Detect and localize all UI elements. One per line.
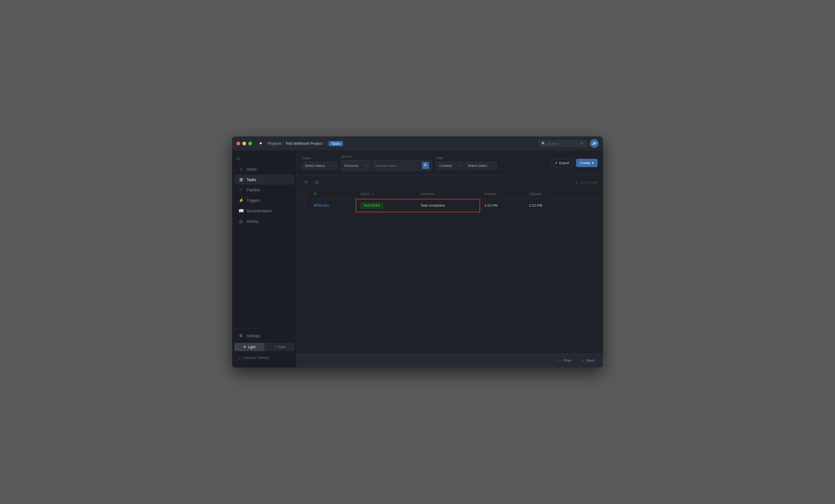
updated-sort-icon: ↓ [543, 193, 545, 196]
refresh-icon: ↻ [304, 180, 308, 185]
avatar[interactable]: JP [590, 139, 598, 148]
collapse-label: Collapse Sidebar [243, 356, 269, 360]
column-status[interactable]: Status ⇅ [356, 189, 416, 199]
fullscreen-button[interactable] [248, 142, 252, 145]
breadcrumb-projects[interactable]: Projects [268, 141, 281, 146]
column-updated[interactable]: Updated ↓ [525, 189, 571, 199]
filters-bar: Status Select status ▾ Search Outcome ▾ [297, 150, 603, 176]
row-status-cell: SUCCESS [356, 199, 416, 212]
home-icon: ⌂ [239, 167, 243, 172]
titlebar-right: 🔍 Search ⌘/ JP [538, 139, 598, 148]
row-checkbox[interactable] [301, 203, 305, 208]
breadcrumb-project[interactable]: Test Webhook Project ▾ [285, 141, 324, 146]
refresh-button[interactable]: ↻ [302, 178, 310, 186]
columns-icon: ⊟ [315, 180, 319, 185]
search-label: Search [547, 142, 558, 146]
status-sort-icon: ⇅ [371, 193, 374, 196]
sidebar-item-documentation[interactable]: 📖 Documentation [234, 206, 294, 216]
search-icon: 🔍 [541, 142, 546, 146]
status-chevron-icon: ▾ [332, 164, 334, 167]
next-label: Next [587, 358, 594, 363]
sidebar-item-settings[interactable]: ⚙ Settings [234, 331, 294, 341]
column-outcome: Outcome [416, 189, 480, 199]
sidebar-label-triggers: Triggers [247, 198, 260, 203]
sidebar-item-home[interactable]: ⌂ Home [234, 164, 294, 174]
prev-button[interactable]: ← Prev [555, 357, 575, 364]
column-id-label: ID [314, 192, 317, 196]
global-search[interactable]: 🔍 Search ⌘/ [538, 140, 587, 147]
minimize-button[interactable] [242, 142, 246, 145]
column-status-label: Status [360, 192, 369, 196]
filters-actions: ↗ Export Create ▾ [550, 159, 597, 167]
triggers-icon: ⚡ [239, 198, 243, 203]
status-filter-label: Status [302, 156, 337, 160]
search-filter-group: Search Outcome ▾ 🔍 [341, 155, 432, 171]
sidebar-grid-icon: ⊞ [232, 154, 296, 163]
breadcrumb-sep1: / [283, 141, 284, 146]
row-created: 2:22 PM [480, 199, 525, 212]
sidebar: ⊞ ⌂ Home ⊞ Tasks ⑂ Pipeline ⚡ Triggers 📖… [232, 150, 297, 367]
date-inputs: Created ▾ Select dates [436, 162, 497, 169]
date-chevron-icon: ▾ [459, 164, 460, 167]
row-checkbox-cell [297, 199, 309, 212]
search-shortcut: ⌘/ [580, 142, 584, 145]
app-logo: ✦ [256, 139, 265, 148]
traffic-lights [237, 142, 252, 145]
table-toolbar: ↻ ⊟ 1 - 1 of 1 rows [297, 176, 603, 189]
row-id[interactable]: 8096cdd1 [309, 199, 356, 212]
sidebar-item-pipeline[interactable]: ⑂ Pipeline [234, 185, 294, 195]
sun-icon: ☀ [243, 345, 246, 349]
row-updated: 2:22 PM [525, 199, 571, 212]
sidebar-label-activity: Activity [247, 219, 259, 223]
next-button[interactable]: → Next [578, 357, 597, 364]
text-search-field[interactable] [375, 164, 421, 168]
create-chevron-icon: ▾ [592, 161, 594, 165]
pipeline-icon: ⑂ [239, 187, 243, 193]
theme-dark-label: Dark [278, 345, 285, 349]
date-filter-group: Date Created ▾ Select dates [436, 156, 497, 169]
theme-dark-button[interactable]: ☽ Dark [264, 343, 294, 351]
status-badge: SUCCESS [361, 203, 383, 208]
outcome-label: Outcome [344, 164, 359, 168]
status-filter-select[interactable]: Select status ▾ [302, 162, 337, 169]
text-search-input[interactable]: 🔍 [372, 160, 432, 171]
sidebar-item-activity[interactable]: ◎ Activity [234, 216, 294, 226]
create-button[interactable]: Create ▾ [576, 159, 597, 167]
row-outcome: Task completed [421, 203, 445, 207]
outcome-chevron-icon: ▾ [366, 164, 368, 167]
status-placeholder: Select status [305, 164, 325, 168]
theme-light-button[interactable]: ☀ Light [234, 343, 264, 351]
column-actions [571, 189, 603, 199]
outcome-select[interactable]: Outcome ▾ [341, 160, 371, 171]
column-outcome-label: Outcome [421, 192, 434, 196]
close-button[interactable] [237, 142, 240, 145]
collapse-sidebar-button[interactable]: « Collapse Sidebar [234, 353, 294, 362]
column-created[interactable]: Created ↑ [480, 189, 525, 199]
search-filter-label: Search [341, 155, 432, 159]
search-inputs: Outcome ▾ 🔍 [341, 160, 432, 171]
header-checkbox-cell [297, 189, 309, 199]
titlebar: ✦ Projects / Test Webhook Project ▾ / Ta… [232, 137, 603, 150]
row-more-button[interactable]: ··· [575, 203, 583, 208]
row-outcome-cell: Task completed [416, 199, 480, 212]
titlebar-nav: ✦ Projects / Test Webhook Project ▾ / Ta… [256, 139, 536, 148]
app-window: ✦ Projects / Test Webhook Project ▾ / Ta… [232, 137, 603, 367]
table-header: ID Status ⇅ Outcome Created ↑ [297, 189, 603, 199]
sidebar-label-tasks: Tasks [247, 178, 256, 182]
date-type-select[interactable]: Created ▾ [436, 162, 463, 169]
create-label: Create [580, 161, 590, 165]
header-checkbox[interactable] [301, 192, 305, 196]
date-range-select[interactable]: Select dates [465, 162, 497, 169]
tasks-icon: ⊞ [239, 177, 243, 182]
row-actions-cell: ··· [571, 199, 603, 212]
export-button[interactable]: ↗ Export [550, 159, 573, 167]
table-row[interactable]: 8096cdd1 SUCCESS Task completed 2:22 PM … [297, 199, 603, 212]
breadcrumb: Projects / Test Webhook Project ▾ / Task… [268, 141, 343, 146]
columns-button[interactable]: ⊟ [313, 178, 321, 186]
collapse-icon: « [239, 356, 241, 360]
search-submit-button[interactable]: 🔍 [422, 162, 429, 169]
theme-light-label: Light [248, 345, 256, 349]
sidebar-item-triggers[interactable]: ⚡ Triggers [234, 195, 294, 205]
theme-toggle: ☀ Light ☽ Dark [234, 343, 294, 351]
sidebar-item-tasks[interactable]: ⊞ Tasks [234, 175, 294, 185]
